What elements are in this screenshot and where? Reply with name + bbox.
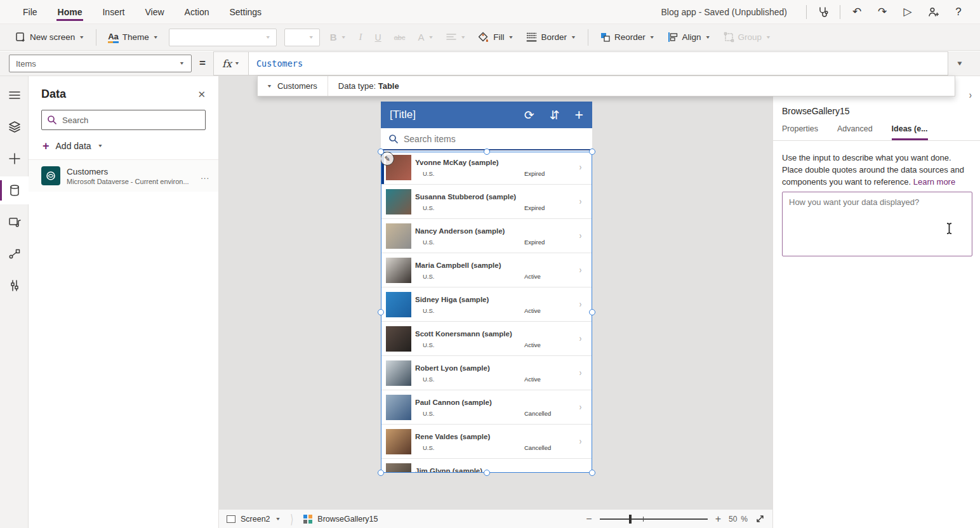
chevron-down-icon[interactable]: ▼ <box>267 84 272 89</box>
menu-insert[interactable]: Insert <box>95 0 132 23</box>
menu-settings[interactable]: Settings <box>222 0 270 23</box>
zoom-out-icon[interactable]: − <box>586 513 592 525</box>
chevron-right-icon[interactable]: › <box>579 367 582 378</box>
strikethrough-button[interactable]: abc <box>388 27 412 48</box>
chevron-right-icon[interactable]: › <box>579 161 582 172</box>
gallery-row[interactable]: Nancy Anderson (sample) U.S. Expired › <box>381 219 592 253</box>
dataverse-icon <box>41 166 60 185</box>
add-item-icon[interactable]: + <box>575 108 583 122</box>
share-person-icon[interactable] <box>920 0 946 23</box>
gallery-row[interactable]: Scott Konersmann (sample) U.S. Active › <box>381 322 592 356</box>
tab-advanced[interactable]: Advanced <box>837 124 873 140</box>
undo-icon[interactable]: ↶ <box>844 0 870 23</box>
media-icon[interactable] <box>0 208 29 236</box>
gallery-row[interactable]: Maria Campbell (sample) U.S. Active › <box>381 253 592 287</box>
redo-icon[interactable]: ↷ <box>870 0 895 23</box>
chevron-right-icon[interactable]: › <box>579 264 582 275</box>
data-search-box[interactable] <box>41 110 206 130</box>
data-sources-icon[interactable] <box>0 176 29 204</box>
data-source-item[interactable]: Customers Microsoft Dataverse - Current … <box>29 159 218 192</box>
zoom-slider-thumb[interactable] <box>629 515 632 524</box>
more-options-icon[interactable]: ... <box>201 171 209 181</box>
equals-sign: = <box>199 57 206 70</box>
reorder-button[interactable]: Reorder▼ <box>593 27 661 48</box>
chevron-right-icon[interactable]: › <box>579 333 582 343</box>
zoom-in-icon[interactable]: + <box>715 513 721 525</box>
tab-ideas[interactable]: Ideas (e... <box>892 124 928 140</box>
new-screen-button[interactable]: New screen▼ <box>9 27 91 48</box>
insert-plus-icon[interactable] <box>0 145 29 173</box>
resize-handle[interactable] <box>589 470 595 476</box>
chevron-right-icon[interactable]: › <box>579 230 582 241</box>
gallery-row[interactable]: Paul Cannon (sample) U.S. Cancelled › <box>381 390 592 425</box>
gallery-search-bar[interactable] <box>381 128 592 150</box>
text-align-button[interactable]: ▼ <box>440 27 472 48</box>
border-button[interactable]: Border▼ <box>520 27 582 48</box>
status-badge: Cancelled <box>524 444 551 451</box>
menu-view[interactable]: View <box>137 0 171 23</box>
screen-selector[interactable]: Screen2 ▼ <box>227 515 281 524</box>
menu-file[interactable]: File <box>15 0 45 23</box>
font-color-button[interactable]: A▼ <box>411 27 440 48</box>
gallery-row[interactable]: Robert Lyon (sample) U.S. Active › <box>381 356 592 390</box>
underline-button[interactable]: U <box>369 27 388 48</box>
customer-region: U.S. <box>423 307 434 314</box>
breadcrumb-control[interactable]: BrowseGallery15 <box>303 515 378 524</box>
property-select[interactable]: Items▼ <box>9 55 192 72</box>
bold-button[interactable]: B▼ <box>324 27 353 48</box>
formula-expand-chevron-icon[interactable]: ▼ <box>948 59 971 68</box>
group-button[interactable]: Group▼ <box>717 27 778 48</box>
gallery-row[interactable]: Susanna Stubberod (sample) U.S. Expired … <box>381 185 592 219</box>
align-button[interactable]: Align▼ <box>661 27 717 48</box>
fill-button[interactable]: Fill▼ <box>472 27 520 48</box>
resize-handle[interactable] <box>378 470 384 476</box>
close-icon[interactable]: ✕ <box>197 89 206 100</box>
italic-button[interactable]: I <box>353 27 369 48</box>
avatar <box>386 292 411 317</box>
chevron-right-icon[interactable]: › <box>579 401 582 412</box>
chevron-right-icon[interactable]: › <box>579 195 582 206</box>
resize-handle[interactable] <box>484 148 490 155</box>
add-data-button[interactable]: + Add data ▼ <box>29 136 218 159</box>
chevron-right-icon[interactable]: › <box>579 470 582 473</box>
tree-view-icon[interactable] <box>0 113 29 141</box>
app-screen[interactable]: [Title] ⟳ ⇵ + ✎ Yvonne McKay (sample) U.… <box>381 102 592 473</box>
resize-handle[interactable] <box>378 309 384 315</box>
font-family-select[interactable]: ▼ <box>169 29 277 46</box>
resize-handle[interactable] <box>484 470 490 476</box>
intellisense-item[interactable]: Customers <box>277 81 328 91</box>
menu-action[interactable]: Action <box>177 0 217 23</box>
fit-to-window-icon[interactable] <box>755 514 765 524</box>
ideas-input[interactable] <box>782 192 972 256</box>
hamburger-menu-icon[interactable] <box>0 81 29 109</box>
font-size-select[interactable]: ▼ <box>284 29 320 46</box>
chevron-right-icon[interactable]: › <box>579 435 582 446</box>
chevron-right-icon[interactable]: › <box>579 298 582 309</box>
gallery-search-input[interactable] <box>404 134 585 144</box>
gallery-row[interactable]: Sidney Higa (sample) U.S. Active › <box>381 287 592 322</box>
resize-handle[interactable] <box>589 309 595 315</box>
data-search-input[interactable] <box>62 116 200 125</box>
help-icon[interactable]: ? <box>946 0 971 23</box>
learn-more-link[interactable]: Learn more <box>913 177 955 187</box>
collapse-panel-chevron-icon[interactable]: › <box>969 89 972 102</box>
advanced-tools-icon[interactable] <box>0 272 29 300</box>
refresh-icon[interactable]: ⟳ <box>524 109 534 121</box>
resize-handle[interactable] <box>378 148 384 155</box>
canvas-area[interactable]: [Title] ⟳ ⇵ + ✎ Yvonne McKay (sample) U.… <box>219 76 772 509</box>
power-automate-icon[interactable] <box>0 240 29 268</box>
preview-play-icon[interactable]: ▷ <box>895 0 920 23</box>
theme-button[interactable]: Aa Theme▼ <box>102 27 165 48</box>
resize-handle[interactable] <box>589 148 595 155</box>
formula-input[interactable]: Customers <box>249 51 948 76</box>
gallery-row[interactable]: Rene Valdes (sample) U.S. Cancelled › <box>381 425 592 459</box>
zoom-slider[interactable] <box>600 518 708 520</box>
customer-region: U.S. <box>423 170 434 177</box>
app-checker-icon[interactable] <box>811 0 836 23</box>
menu-home[interactable]: Home <box>50 0 90 23</box>
gallery-row[interactable]: ✎ Yvonne McKay (sample) U.S. Expired › <box>381 150 592 185</box>
sort-icon[interactable]: ⇵ <box>550 109 560 121</box>
tab-properties[interactable]: Properties <box>782 124 818 140</box>
fx-dropdown[interactable]: fx▼ <box>213 51 249 76</box>
avatar <box>386 258 411 283</box>
